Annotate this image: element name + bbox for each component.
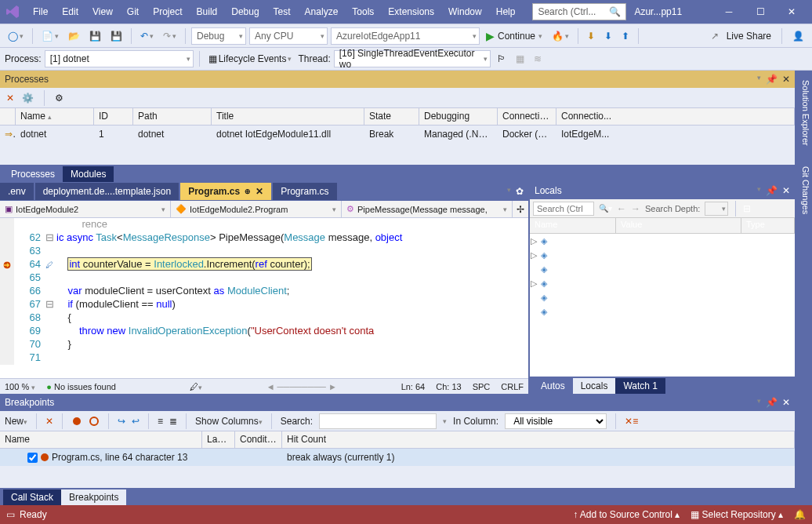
search-dd-icon[interactable]: ▾ [443, 417, 447, 425]
threads-button[interactable]: ≋ [531, 50, 545, 67]
menu-build[interactable]: Build [190, 3, 224, 20]
hot-reload-button[interactable]: 🔥▾ [549, 27, 572, 45]
col-state[interactable]: State [364, 108, 419, 125]
process-settings-icon[interactable]: ⚙️ [22, 93, 34, 104]
breakpoint-row[interactable]: Program.cs, line 64 character 13 break a… [0, 449, 795, 466]
delete-icon[interactable]: ✕ [45, 416, 53, 427]
clear-search-icon[interactable]: ✕≡ [625, 416, 638, 427]
col-name[interactable]: Name [530, 218, 616, 233]
pin-icon[interactable]: 📌 [766, 185, 778, 196]
col-title[interactable]: Title [212, 108, 364, 125]
code-area[interactable]: rence 62⊟ic async Task<MessageResponse> … [0, 218, 528, 378]
nav-back-button[interactable]: ◯▾ [5, 27, 27, 45]
col-name[interactable]: Name [0, 431, 202, 448]
new-breakpoint-button[interactable]: New▾ [5, 416, 27, 427]
nav-method-dropdown[interactable]: ⚙PipeMessage(Message message,▾ [342, 201, 513, 217]
redo-button[interactable]: ↷▾ [160, 27, 179, 45]
local-row[interactable]: ◈ counterVal...0int [530, 262, 795, 276]
col-path[interactable]: Path [133, 108, 212, 125]
step-into-button[interactable]: ⬇ [601, 27, 615, 45]
detach-icon[interactable]: ✕ [6, 93, 14, 104]
expander-icon[interactable]: ▷ [530, 250, 538, 260]
pin-icon[interactable]: 📌 [766, 74, 778, 85]
tab-callstack[interactable]: Call Stack [3, 489, 61, 505]
expander-icon[interactable]: ▷ [530, 278, 538, 289]
incolumn-dropdown[interactable]: All visible [505, 413, 607, 429]
split-icon[interactable]: ✢ [513, 201, 528, 217]
nav-class-dropdown[interactable]: 🔶IotEdgeModule2.Program▾ [171, 201, 342, 217]
pin-icon[interactable]: ⊕ [245, 187, 251, 195]
goto-code-icon[interactable]: ≡ [158, 416, 163, 427]
local-row[interactable]: ◈ messageSt...nullstring [530, 304, 795, 318]
close-button[interactable]: ✕ [784, 4, 799, 20]
menu-window[interactable]: Window [442, 3, 488, 20]
menu-debug[interactable]: Debug [225, 3, 265, 20]
close-icon[interactable]: ✕ [256, 186, 263, 197]
menu-test[interactable]: Test [267, 3, 297, 20]
expander-icon[interactable]: ▷ [530, 236, 538, 246]
liveshare-button[interactable]: Live Share [723, 27, 774, 45]
notifications-icon[interactable]: 🔔 [794, 509, 806, 520]
menu-help[interactable]: Help [490, 3, 522, 20]
maximize-button[interactable]: ☐ [752, 4, 768, 20]
nav-back-icon[interactable]: ← [617, 203, 626, 214]
doc-dropdown-icon[interactable]: ▾ [507, 186, 511, 197]
close-icon[interactable]: ✕ [782, 185, 790, 196]
dropdown-icon[interactable]: ▾ [757, 185, 761, 196]
col-conn1[interactable]: Connectio... [498, 108, 556, 125]
select-repo-button[interactable]: ▦ Select Repository ▴ [691, 509, 783, 520]
save-all-button[interactable]: 💾 [107, 27, 125, 45]
undo-button[interactable]: ↶▾ [137, 27, 157, 45]
dropdown-icon[interactable]: ▾ [757, 74, 761, 85]
locals-search-input[interactable] [533, 202, 594, 216]
menu-extensions[interactable]: Extensions [382, 3, 440, 20]
startup-dropdown[interactable]: AzureIotEdgeApp11 [331, 27, 480, 45]
tab-autos[interactable]: Autos [533, 378, 573, 394]
menu-file[interactable]: File [27, 3, 54, 20]
breakpoint-arrow-icon[interactable] [2, 260, 13, 271]
hscroll[interactable]: ◄ ──────── ► [213, 382, 390, 391]
step-over-button[interactable]: ⬇ [584, 27, 598, 45]
zoom-dropdown[interactable]: 100 % ▾ [5, 382, 35, 391]
close-icon[interactable]: ✕ [782, 74, 790, 85]
export-icon[interactable]: ↪ [118, 416, 125, 427]
doc-tab-deployment[interactable]: deployment.de....template.json [35, 183, 179, 200]
solution-explorer-tab[interactable]: Solution Explorer [795, 75, 812, 151]
pin-icon[interactable]: 📌 [766, 397, 778, 408]
open-button[interactable]: 📂 [65, 27, 83, 45]
doc-settings-icon[interactable]: ✿ [516, 186, 524, 197]
toolbar-icon[interactable]: ⊟ [743, 203, 751, 214]
add-source-control-button[interactable]: ↑ Add to Source Control ▴ [573, 509, 680, 520]
tab-breakpoints[interactable]: Breakpoints [61, 489, 126, 505]
col-debugging[interactable]: Debugging [419, 108, 498, 125]
doc-tab-program-active[interactable]: Program.cs ⊕ ✕ [180, 183, 271, 200]
tab-watch1[interactable]: Watch 1 [615, 378, 665, 394]
tab-modules[interactable]: Modules [63, 166, 114, 182]
menu-edit[interactable]: Edit [56, 3, 85, 20]
menu-tools[interactable]: Tools [346, 3, 380, 20]
save-button[interactable]: 💾 [86, 27, 104, 45]
issues-indicator[interactable]: ● No issues found [46, 382, 116, 391]
col-id[interactable]: ID [94, 108, 133, 125]
col-value[interactable]: Value [616, 218, 741, 233]
local-row[interactable]: ▷◈ moduleCli...nullMicros... [530, 276, 795, 290]
minimize-button[interactable]: ─ [721, 4, 737, 20]
doc-tab-env[interactable]: .env [0, 183, 34, 200]
account-icon[interactable]: 👤 [789, 27, 807, 45]
nav-fwd-icon[interactable]: → [631, 203, 640, 214]
menu-view[interactable]: View [86, 3, 119, 20]
col-type[interactable]: Type [741, 218, 795, 233]
col-name[interactable]: Name ▴ [16, 108, 94, 125]
continue-button[interactable]: ▶Continue▾ [483, 27, 546, 45]
filter-icon[interactable]: ⚙ [55, 93, 63, 104]
search-icon[interactable]: 🔍▾ [599, 204, 612, 213]
menu-project[interactable]: Project [147, 3, 188, 20]
process-row[interactable]: ⇒ dotnet 1 dotnet dotnet IotEdgeModule11… [0, 126, 795, 143]
tab-locals[interactable]: Locals [573, 378, 616, 394]
platform-dropdown[interactable]: Any CPU [249, 27, 328, 45]
close-icon[interactable]: ✕ [782, 397, 790, 408]
col-condition[interactable]: Condition [235, 431, 282, 448]
col-labels[interactable]: Labels [202, 431, 235, 448]
enable-all-icon[interactable] [71, 416, 82, 427]
col-conn2[interactable]: Connectio... [556, 108, 795, 125]
